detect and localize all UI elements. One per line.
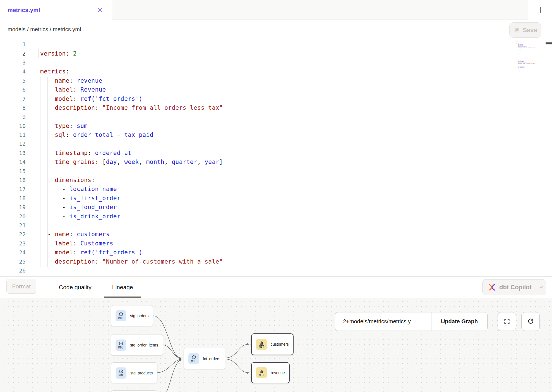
code-line-12[interactable]: 12: [0, 139, 513, 148]
code-line-11[interactable]: 11 sql: order_total - tax_paid: [0, 130, 513, 139]
tab-title: metrics.yml: [8, 7, 40, 13]
code-text: metrics:: [26, 68, 69, 75]
lineage-node-customers[interactable]: METcustomers: [251, 333, 294, 355]
code-line-13[interactable]: 13 timestamp: ordered_at: [0, 149, 513, 157]
line-number: 7: [0, 95, 26, 102]
node-label: revenue: [271, 371, 285, 375]
line-number: 26: [0, 267, 26, 274]
code-line-25[interactable]: 25 description: "Number of customers wit…: [0, 257, 513, 266]
minimap-right-border: [545, 40, 545, 121]
code-text: - location_name: [26, 186, 117, 192]
update-graph-button[interactable]: Update Graph: [431, 312, 487, 331]
panel-tab-code-quality[interactable]: Code quality: [59, 277, 92, 298]
new-tab-button[interactable]: [528, 0, 552, 20]
line-number: 18: [0, 195, 26, 202]
code-line-24[interactable]: 24 model: ref('fct_orders'): [0, 248, 513, 257]
dbt-copilot-label: dbt Copilot: [499, 284, 532, 291]
code-line-19[interactable]: 19 - is_food_order: [0, 203, 513, 212]
node-label: stg_order_items: [130, 343, 158, 347]
tab-metrics-yml[interactable]: metrics.yml: [0, 0, 112, 20]
code-line-4[interactable]: 4metrics:: [0, 67, 513, 76]
line-number: 5: [0, 77, 26, 84]
close-tab-icon[interactable]: [96, 6, 104, 14]
metric-node-icon: MET: [256, 339, 267, 350]
code-line-6[interactable]: 6 label: Revenue: [0, 85, 513, 94]
code-line-18[interactable]: 18 - is_first_order: [0, 194, 513, 203]
code-line-14[interactable]: 14 time_grains: [day, week, month, quart…: [0, 157, 513, 166]
code-line-22[interactable]: 22 - name: customers: [0, 230, 513, 239]
lineage-node-stg_products[interactable]: MDLstg_products: [111, 362, 157, 383]
bottom-panel-toolbar: Format Code qualityLineage dbt Copilot: [0, 276, 552, 298]
format-button[interactable]: Format: [6, 279, 36, 294]
line-number: 14: [0, 159, 26, 165]
scrollbar-thumb[interactable]: [546, 42, 552, 44]
line-number: 8: [0, 104, 26, 111]
plus-icon: [536, 5, 545, 15]
code-text: description: "Income from all orders les…: [26, 104, 223, 111]
lineage-node-stg_orders[interactable]: MDLstg_orders: [111, 305, 153, 326]
node-label: stg_products: [130, 371, 153, 375]
node-label: fct_orders: [203, 357, 220, 361]
code-line-2[interactable]: 2version: 2: [0, 49, 513, 58]
save-button[interactable]: Save: [509, 22, 541, 38]
code-line-1[interactable]: 1: [0, 40, 513, 49]
model-node-icon: MDL: [116, 340, 126, 351]
lineage-selector-input[interactable]: 2+models/metrics/metrics.y: [335, 312, 431, 331]
minimap[interactable]: version: 2metrics: - name: revenue label…: [514, 40, 545, 162]
node-label: customers: [271, 342, 289, 346]
code-line-8[interactable]: 8 description: "Income from all orders l…: [0, 103, 513, 112]
fullscreen-button[interactable]: [498, 312, 516, 331]
line-number: 21: [0, 222, 26, 229]
refresh-button[interactable]: [521, 312, 540, 331]
code-text: - is_first_order: [26, 195, 121, 202]
code-text: sql: order_total - tax_paid: [26, 132, 153, 138]
model-node-icon: MDL: [188, 353, 199, 364]
code-text: - is_food_order: [26, 204, 117, 211]
code-line-21[interactable]: 21: [0, 221, 513, 230]
line-number: 16: [0, 177, 26, 183]
code-text: label: Customers: [26, 240, 113, 247]
code-line-9[interactable]: 9: [0, 112, 513, 121]
code-text: model: ref('fct_orders'): [26, 249, 143, 256]
code-text: description: "Number of customers with a…: [26, 258, 223, 265]
code-line-3[interactable]: 3: [0, 58, 513, 67]
code-line-20[interactable]: 20 - is_drink_order: [0, 212, 513, 221]
node-type-badge: MET: [259, 345, 264, 348]
code-text: label: Revenue: [26, 86, 106, 93]
lineage-node-fct_orders[interactable]: MDLfct_orders: [184, 348, 225, 369]
code-line-7[interactable]: 7 model: ref('fct_orders'): [0, 94, 513, 103]
fullscreen-icon: [503, 318, 511, 325]
code-editor[interactable]: 12version: 234metrics:5 - name: revenue6…: [0, 39, 552, 276]
lineage-node-revenue[interactable]: METrevenue: [251, 362, 290, 383]
edge-stg_products-to-fct_orders: [157, 359, 181, 373]
lineage-canvas[interactable]: MDLstg_ordersMDLstg_order_itemsMDLstg_pr…: [0, 298, 552, 392]
code-text: dimensions:: [26, 177, 95, 183]
code-line-26[interactable]: 26: [0, 266, 513, 275]
dbt-copilot-button[interactable]: dbt Copilot: [482, 279, 546, 295]
code-lines: 12version: 234metrics:5 - name: revenue6…: [0, 40, 513, 275]
code-line-38: - is_drink_order: [515, 75, 545, 76]
model-node-icon: MDL: [116, 367, 126, 379]
lineage-node-partial_model[interactable]: MDL: [111, 390, 157, 392]
line-number: 11: [0, 132, 26, 138]
panel-tab-lineage[interactable]: Lineage: [112, 277, 133, 298]
code-text: timestamp: ordered_at: [26, 150, 131, 156]
code-line-17[interactable]: 17 - location_name: [0, 185, 513, 193]
code-line-10[interactable]: 10 type: sum: [0, 121, 513, 130]
code-line-16[interactable]: 16 dimensions:: [0, 176, 513, 185]
code-line-15[interactable]: 15: [0, 166, 513, 175]
node-type-badge: MET: [259, 374, 264, 377]
code-text: type: sum: [26, 123, 88, 129]
code-line-23[interactable]: 23 label: Customers: [0, 239, 513, 248]
line-number: 17: [0, 186, 26, 192]
line-number: 20: [0, 213, 26, 220]
tab-strip-empty: [112, 0, 528, 20]
line-number: 24: [0, 249, 26, 256]
line-number: 19: [0, 204, 26, 211]
model-node-icon: MDL: [116, 310, 126, 321]
line-number: 25: [0, 258, 26, 265]
file-header: models / metrics / metrics.yml Save: [0, 20, 552, 39]
code-line-5[interactable]: 5 - name: revenue: [0, 76, 513, 85]
line-number: 12: [0, 140, 26, 147]
lineage-node-stg_order_items[interactable]: MDLstg_order_items: [111, 334, 163, 356]
